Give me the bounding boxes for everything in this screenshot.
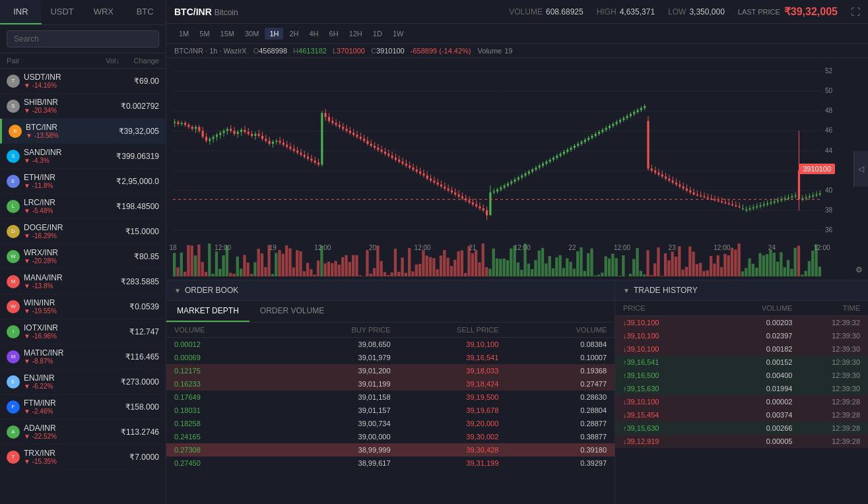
ob-tab-order-volume[interactable]: ORDER VOLUME	[250, 301, 335, 322]
th-row[interactable]: ↓39,15,454 0.00374 12:39:28	[615, 408, 868, 422]
pair-item[interactable]: M MATIC/INR ▼ -8.87% ₹116.465	[0, 344, 166, 369]
ob-sell-price: 39,30,002	[391, 433, 499, 441]
pair-change: ▼ -13.8%	[24, 282, 121, 290]
pair-icon: B	[9, 125, 22, 138]
ob-row[interactable]: 0.18031 39,01,157 39,19,678 0.28804	[166, 404, 615, 417]
pair-icon: M	[7, 275, 20, 288]
ob-row[interactable]: 0.18258 39,00,734 39,20,000 0.28877	[166, 417, 615, 430]
time-btn-1m[interactable]: 1M	[174, 28, 193, 40]
pair-item[interactable]: E ENJ/INR ▼ -6.22% ₹273.0000	[0, 369, 166, 394]
th-row[interactable]: ↓39,12,919 0.00005 12:39:28	[615, 435, 868, 448]
chart-collapse-btn[interactable]: ◁	[853, 151, 868, 187]
pair-item[interactable]: A ADA/INR ▼ -22.52% ₹113.2746	[0, 420, 166, 445]
col-vol-label: Vol↓	[80, 57, 119, 65]
time-btn-15m[interactable]: 15M	[216, 28, 239, 40]
ob-volume: 0.00069	[174, 354, 283, 362]
ob-volume2: 0.19368	[498, 367, 607, 375]
th-triangle-icon: ▼	[623, 287, 630, 294]
th-volume: 0.01994	[725, 385, 793, 393]
time-btn-1d[interactable]: 1D	[368, 28, 387, 40]
ob-sell-price: 39,16,541	[391, 354, 499, 362]
pair-price: ₹113.2746	[121, 427, 159, 437]
ob-row[interactable]: 0.27308 38,99,999 39,30,428 0.39180	[166, 443, 615, 457]
pair-item[interactable]: E ETH/INR ▼ -11.8% ₹2,95,000.0	[0, 169, 166, 194]
pair-price: ₹0.0539	[129, 302, 159, 311]
chart-title: BTC/INR Bitcoin	[174, 7, 238, 17]
th-row[interactable]: ↑39,15,630 0.01994 12:39:30	[615, 382, 868, 395]
ob-tab-market-depth[interactable]: MARKET DEPTH	[166, 301, 250, 322]
th-row[interactable]: ↑39,16,500 0.00400 12:39:30	[615, 369, 868, 382]
pair-item[interactable]: S SAND/INR ▼ -4.3% ₹399.06319	[0, 144, 166, 169]
pair-price: ₹12.747	[129, 327, 159, 336]
time-btn-4h[interactable]: 4H	[305, 28, 323, 40]
time-btn-12h[interactable]: 12H	[345, 28, 367, 40]
pair-item[interactable]: T USDT/INR ▼ -14.16% ₹69.00	[0, 69, 166, 94]
time-btn-6h[interactable]: 6H	[325, 28, 343, 40]
th-row[interactable]: ↓39,10,100 0.00182 12:39:30	[615, 342, 868, 356]
tab-wrx[interactable]: WRX	[83, 0, 125, 24]
time-btn-5m[interactable]: 5M	[195, 28, 214, 40]
sidebar: INR USDT WRX BTC Pair Vol↓ Change T USDT…	[0, 0, 166, 504]
pair-change: ▼ -20.28%	[24, 257, 134, 265]
col-pair-label: Pair	[7, 57, 80, 65]
pair-change: ▼ -16.96%	[24, 332, 129, 340]
ob-volume: 0.27450	[174, 459, 283, 467]
ob-row[interactable]: 0.24165 39,00,000 39,30,002 0.38877	[166, 430, 615, 443]
chart-stats: VOLUME 608.68925 HIGH 4,635,371 LOW 3,35…	[509, 5, 860, 18]
pair-item[interactable]: D DOGE/INR ▼ -16.29% ₹15.0000	[0, 219, 166, 244]
th-volume: 0.00152	[725, 358, 793, 366]
ob-row[interactable]: 0.00012 39,08,650 39,10,100 0.08384	[166, 338, 615, 351]
th-row[interactable]: ↓39,10,100 0.02397 12:39:30	[615, 329, 868, 342]
pair-item[interactable]: B BTC/INR ▼ -13.58% ₹39,32,005	[0, 119, 166, 144]
tab-usdt[interactable]: USDT	[42, 0, 83, 24]
pair-item[interactable]: L LRC/INR ▼ -5.48% ₹198.48500	[0, 194, 166, 219]
order-book-header: ▼ ORDER BOOK	[166, 280, 615, 301]
th-volume: 0.00005	[725, 437, 793, 445]
pair-item[interactable]: F FTM/INR ▼ -2.46% ₹158.000	[0, 394, 166, 420]
fullscreen-icon[interactable]: ⛶	[851, 7, 860, 17]
pair-icon: S	[7, 100, 20, 113]
th-time: 12:39:32	[792, 319, 860, 327]
tab-btc[interactable]: BTC	[124, 0, 166, 24]
time-btn-1h[interactable]: 1H	[265, 28, 283, 40]
ob-row[interactable]: 0.17649 39,01,158 39,19,500 0.28630	[166, 391, 615, 404]
pair-change: ▼ -6.22%	[24, 383, 121, 390]
th-col-time-label: TIME	[792, 304, 860, 312]
th-col-price-label: PRICE	[623, 304, 725, 312]
ob-volume: 0.16233	[174, 380, 283, 388]
th-row[interactable]: ↑39,16,541 0.00152 12:39:30	[615, 356, 868, 369]
pair-info: WRX/INR ▼ -20.28%	[24, 248, 134, 265]
search-input[interactable]	[7, 30, 159, 47]
pair-price: ₹39,32,005	[119, 127, 159, 136]
pair-item[interactable]: W WIN/INR ▼ -19.55% ₹0.0539	[0, 294, 166, 319]
ob-row[interactable]: 0.16233 39,01,199 39,18,424 0.27477	[166, 377, 615, 391]
pair-info: LRC/INR ▼ -5.48%	[24, 198, 116, 214]
chart-settings-icon[interactable]: ⚙	[855, 265, 863, 274]
th-row[interactable]: ↑39,15,630 0.00266 12:39:28	[615, 422, 868, 435]
th-time: 12:39:30	[792, 371, 860, 379]
time-btn-30m[interactable]: 30M	[240, 28, 263, 40]
ob-row[interactable]: 0.12175 39,01,200 39,18,033 0.19368	[166, 364, 615, 377]
pair-icon: S	[7, 150, 20, 163]
stat-volume: VOLUME 608.68925	[509, 7, 583, 16]
pair-name: MANA/INR	[24, 273, 121, 282]
pair-name: MATIC/INR	[24, 348, 125, 358]
pair-item[interactable]: S SHIB/INR ▼ -20.34% ₹0.002792	[0, 94, 166, 119]
ob-volume: 0.27308	[174, 446, 283, 454]
tab-inr[interactable]: INR	[0, 0, 42, 24]
th-row[interactable]: ↓39,10,100 0.00203 12:39:32	[615, 316, 868, 329]
ob-row[interactable]: 0.00069 39,01,979 39,16,541 0.10007	[166, 351, 615, 364]
pair-change: ▼ -22.52%	[24, 433, 121, 440]
time-btn-1w[interactable]: 1W	[388, 28, 409, 40]
pair-item[interactable]: W WRX/INR ▼ -20.28% ₹80.85	[0, 244, 166, 269]
pair-item[interactable]: T TRX/INR ▼ -15.35% ₹7.0000	[0, 445, 166, 470]
chart-price-label: 3910100	[799, 164, 835, 174]
pair-item[interactable]: I IOTX/INR ▼ -16.96% ₹12.747	[0, 319, 166, 344]
pair-price: ₹116.465	[125, 352, 159, 362]
ob-row[interactable]: 0.27450 38,99,617 39,31,199 0.39297	[166, 457, 615, 470]
pair-name: TRX/INR	[24, 449, 129, 458]
time-btn-2h[interactable]: 2H	[284, 28, 303, 40]
pair-item[interactable]: M MANA/INR ▼ -13.8% ₹283.5885	[0, 269, 166, 294]
main-area: BTC/INR Bitcoin VOLUME 608.68925 HIGH 4,…	[166, 0, 868, 504]
th-row[interactable]: ↓39,10,100 0.00002 12:39:28	[615, 395, 868, 408]
